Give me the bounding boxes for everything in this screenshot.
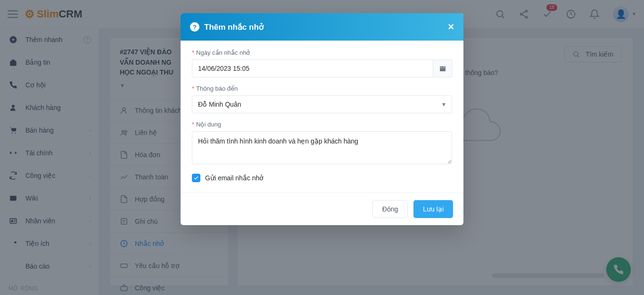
add-reminder-modal: ? Thêm nhắc nhở × *Ngày cần nhắc nhở *Th…	[181, 13, 463, 225]
question-icon[interactable]: ?	[190, 22, 199, 32]
check-icon	[193, 175, 199, 181]
field-label: *Nội dung	[192, 121, 452, 128]
svg-rect-34	[440, 66, 446, 71]
field-label: *Ngày cần nhắc nhở	[192, 49, 452, 56]
field-label: *Thông báo đến	[192, 85, 452, 92]
modal-title: Thêm nhắc nhở	[204, 22, 443, 32]
modal-header: ? Thêm nhắc nhở ×	[181, 13, 463, 41]
reminder-date-input[interactable]	[192, 59, 433, 77]
modal-overlay[interactable]: ? Thêm nhắc nhở × *Ngày cần nhắc nhở *Th…	[0, 0, 644, 295]
calendar-button[interactable]	[433, 59, 452, 77]
checkbox-label: Gửi email nhắc nhở	[205, 174, 264, 182]
calendar-icon	[439, 65, 446, 72]
close-button[interactable]: Đóng	[372, 200, 408, 218]
notify-to-select[interactable]: Đỗ Minh Quân	[192, 95, 452, 113]
reminder-content-textarea[interactable]	[192, 131, 452, 164]
send-email-checkbox[interactable]	[192, 174, 200, 182]
close-icon[interactable]: ×	[448, 22, 454, 32]
save-button[interactable]: Lưu lại	[413, 200, 453, 218]
modal-footer: Đóng Lưu lại	[181, 193, 463, 225]
